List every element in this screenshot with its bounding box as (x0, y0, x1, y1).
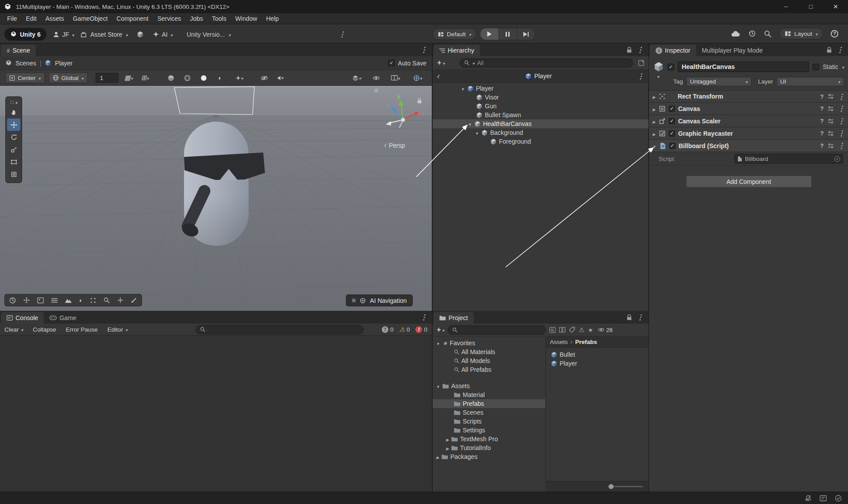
tab-game[interactable]: Game (44, 312, 82, 324)
expander-icon[interactable] (461, 85, 465, 92)
prefab-back-button[interactable] (437, 72, 440, 81)
object-picker-icon[interactable] (834, 156, 840, 162)
list-icon[interactable] (51, 298, 58, 303)
overlay-drag-handle-icon[interactable] (352, 297, 356, 305)
menu-edit[interactable]: Edit (22, 15, 41, 22)
project-search-input[interactable] (448, 325, 546, 335)
auto-save-checkbox[interactable] (388, 60, 395, 66)
expander-icon[interactable] (652, 118, 656, 125)
packages-root[interactable]: Packages (433, 452, 545, 461)
hierarchy-item-background[interactable]: Background (433, 128, 648, 137)
scene-gizmo-dropdown[interactable] (409, 73, 426, 83)
scene-panel-menu-icon[interactable] (420, 46, 427, 54)
component-enabled-checkbox[interactable] (669, 106, 675, 112)
maximize-button[interactable] (798, 0, 823, 13)
help-icon[interactable] (831, 30, 838, 38)
inspector-active-checkbox[interactable] (668, 64, 674, 70)
static-checkbox[interactable] (813, 64, 819, 70)
hidden-count-badge[interactable]: 26 (598, 327, 613, 333)
scene-audio-toggle[interactable] (214, 73, 226, 83)
component-graphic-raycaster[interactable]: Graphic Raycaster ? (649, 127, 848, 140)
console-collapse-button[interactable]: Collapse (33, 326, 56, 333)
unity-version-dropdown[interactable]: Unity Versio... (187, 31, 230, 38)
audio-mute-toggle[interactable] (275, 73, 287, 83)
expander-icon[interactable] (468, 120, 472, 127)
breadcrumb-assets[interactable]: Assets (550, 339, 568, 345)
component-canvas[interactable]: Canvas ? (649, 103, 848, 115)
component-menu-icon[interactable] (838, 129, 845, 137)
rect-tool[interactable] (7, 156, 20, 168)
presets-icon[interactable] (828, 106, 834, 112)
component-canvas-scaler[interactable]: Canvas Scaler ? (649, 115, 848, 127)
package-manager-icon[interactable] (137, 31, 144, 38)
favorites-all-prefabs[interactable]: All Prefabs (433, 365, 545, 374)
favorites-all-materials[interactable]: All Materials (433, 347, 545, 356)
hidden-objects-toggle[interactable] (258, 73, 271, 83)
view-hand-tool[interactable] (7, 106, 20, 118)
move-overlay-icon[interactable] (23, 297, 30, 303)
asset-store-button[interactable]: Asset Store (80, 31, 127, 38)
grid-size-field[interactable]: 1 (96, 73, 119, 83)
folder-scenes[interactable]: Scenes (433, 408, 545, 417)
expander-icon[interactable] (652, 130, 656, 137)
hierarchy-item-bullet-spawn[interactable]: Bullet Spawn (433, 111, 648, 119)
search-icon[interactable] (764, 30, 771, 38)
tag-dropdown[interactable]: Untagged (686, 77, 752, 86)
hierarchy-add-button[interactable] (437, 59, 445, 67)
cloud-icon[interactable] (731, 31, 740, 37)
zoom-icon[interactable] (104, 297, 110, 303)
layer-dropdown[interactable]: UI (776, 77, 844, 86)
menu-help[interactable]: Help (261, 15, 283, 22)
menu-services[interactable]: Services (153, 15, 186, 22)
console-log-area[interactable] (0, 336, 432, 492)
folder-prefabs[interactable]: Prefabs (433, 399, 545, 408)
lock-icon[interactable] (626, 47, 632, 53)
axes-icon[interactable] (117, 297, 123, 303)
menu-tools[interactable]: Tools (207, 15, 231, 22)
rotate-tool[interactable] (7, 131, 20, 143)
grid-dots-icon[interactable] (90, 298, 96, 303)
console-panel-menu-icon[interactable] (420, 313, 427, 321)
menu-window[interactable]: Window (231, 15, 262, 22)
warning-filter-icon[interactable] (579, 326, 584, 333)
expander-icon[interactable] (436, 382, 440, 389)
tab-project[interactable]: Project (434, 312, 474, 324)
frame-icon[interactable] (37, 298, 44, 303)
presets-icon[interactable] (828, 143, 834, 149)
expander-icon[interactable] (652, 142, 656, 149)
script-object-field[interactable]: Billboard (734, 154, 843, 164)
half-sphere-icon[interactable] (79, 297, 83, 304)
static-dropdown-icon[interactable] (842, 63, 844, 70)
folder-tutorialinfo[interactable]: TutorialInfo (433, 443, 545, 452)
add-component-button[interactable]: Add Component (686, 176, 812, 187)
menu-gameobject[interactable]: GameObject (69, 15, 112, 22)
component-help-icon[interactable]: ? (820, 105, 824, 112)
prefab-root-header[interactable]: Player (525, 73, 552, 80)
background-tasks-icon[interactable] (820, 495, 827, 501)
favorites-root[interactable]: Favorites (433, 339, 545, 347)
hierarchy-item-visor[interactable]: Visor (433, 93, 648, 102)
assets-root[interactable]: Assets (433, 382, 545, 390)
hierarchy-item-foreground[interactable]: Foreground (433, 137, 648, 146)
favorites-filter-icon[interactable] (588, 327, 593, 333)
prefab-header-menu-icon[interactable] (637, 72, 644, 80)
project-panel-menu-icon[interactable] (637, 313, 644, 321)
tool-palette-handle[interactable] (7, 98, 20, 106)
lock-icon[interactable] (626, 314, 632, 321)
presets-icon[interactable] (828, 130, 834, 137)
hierarchy-search-input[interactable]: All (460, 58, 633, 68)
object-name-field[interactable]: HealthBarCanvas (678, 61, 809, 72)
expander-icon[interactable] (436, 340, 440, 347)
gizmo-x-label[interactable]: x (421, 111, 424, 117)
menu-file[interactable]: File (3, 15, 22, 22)
file-bullet[interactable]: Bullet (546, 350, 648, 359)
mode-dropdown[interactable]: Default (433, 28, 476, 40)
search-filter-caret-icon[interactable] (472, 60, 474, 66)
snap-settings-dropdown[interactable] (123, 73, 135, 83)
menu-component[interactable]: Component (112, 15, 153, 22)
expander-icon[interactable] (652, 105, 656, 112)
status-ok-icon[interactable] (835, 495, 842, 502)
transform-tool[interactable] (7, 168, 20, 180)
play-button[interactable] (480, 28, 499, 40)
console-search-input[interactable] (196, 325, 364, 334)
